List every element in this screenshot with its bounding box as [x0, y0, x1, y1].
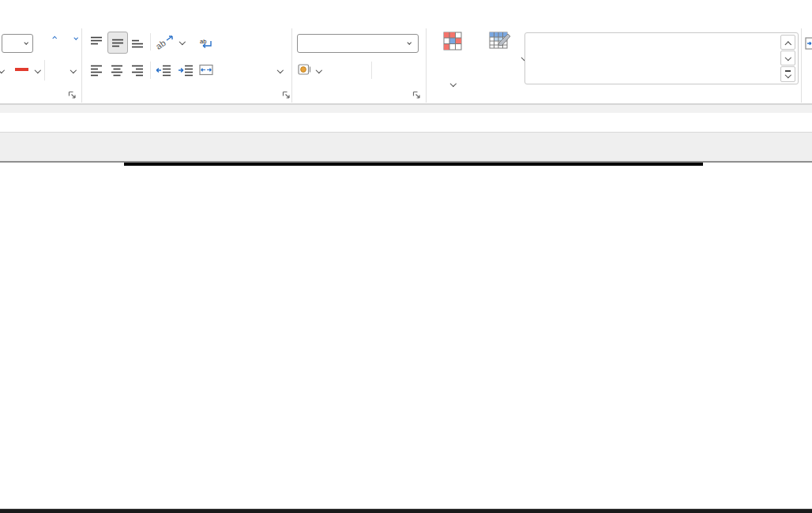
- align-right-icon: [131, 64, 144, 77]
- align-bottom-icon: [131, 36, 144, 48]
- partial-ribbon-icon[interactable]: [805, 36, 812, 53]
- increase-indent-icon: [178, 64, 194, 77]
- decrease-indent-button[interactable]: [153, 60, 174, 81]
- column-header-row: [0, 133, 812, 163]
- chevron-down-icon: [784, 72, 791, 79]
- sheet-grid[interactable]: [0, 163, 812, 508]
- menu-bar: [0, 0, 812, 22]
- ribbon: ab ab: [0, 22, 812, 104]
- alignment-dialog-launcher-icon[interactable]: [282, 91, 291, 99]
- wrap-text-button[interactable]: ab: [199, 35, 217, 54]
- align-right-button[interactable]: [128, 60, 147, 81]
- increase-font-button[interactable]: [36, 33, 57, 52]
- merge-center-button[interactable]: [199, 60, 217, 79]
- accounting-format-button[interactable]: [297, 62, 313, 77]
- align-top-button[interactable]: [87, 32, 106, 52]
- wrap-text-icon: ab: [199, 38, 213, 51]
- decrease-indent-icon: [156, 64, 171, 77]
- font-size-combo[interactable]: [2, 34, 33, 53]
- chevron-down-icon: [784, 54, 791, 62]
- chevron-up-icon: [51, 33, 58, 40]
- font-color-swatch: [15, 68, 28, 71]
- align-middle-icon: [111, 36, 124, 49]
- align-middle-button[interactable]: [107, 32, 128, 54]
- align-bottom-button[interactable]: [128, 32, 147, 52]
- text-orientation-icon: ab: [156, 33, 175, 51]
- align-center-icon: [111, 64, 123, 77]
- spreadsheet-app: ab ab: [0, 0, 812, 513]
- gallery-scroll-down-button[interactable]: [780, 51, 795, 66]
- align-left-icon: [90, 64, 103, 77]
- chevron-down-icon[interactable]: [70, 67, 77, 74]
- decrease-font-button[interactable]: [60, 35, 79, 52]
- chevron-down-icon[interactable]: [179, 39, 186, 46]
- number-format-combo[interactable]: [297, 34, 419, 53]
- align-center-button[interactable]: [107, 60, 126, 81]
- number-dialog-launcher-icon[interactable]: [412, 91, 421, 99]
- chevron-down-icon: [73, 36, 80, 43]
- svg-text:ab: ab: [200, 38, 206, 45]
- percent-style-button[interactable]: [330, 60, 349, 79]
- align-left-button[interactable]: [87, 60, 106, 81]
- chevron-down-icon[interactable]: [276, 67, 284, 74]
- align-top-icon: [90, 36, 103, 48]
- score-table: [124, 163, 703, 166]
- font-dialog-launcher-icon[interactable]: [68, 91, 77, 99]
- format-table-icon: [489, 32, 511, 51]
- comma-style-button[interactable]: [352, 55, 367, 77]
- chevron-down-icon[interactable]: [0, 67, 5, 74]
- chevron-down-icon: [449, 81, 457, 88]
- formula-bar[interactable]: [0, 113, 812, 133]
- increase-decimal-button[interactable]: [376, 61, 397, 78]
- chevron-up-icon: [784, 39, 791, 47]
- merge-center-icon: [199, 64, 213, 76]
- font-color-button[interactable]: [11, 58, 32, 79]
- chevron-down-icon[interactable]: [315, 67, 322, 74]
- decrease-decimal-button[interactable]: [398, 61, 419, 78]
- chevron-down-icon[interactable]: [34, 67, 41, 74]
- gallery-more-button[interactable]: [780, 66, 795, 82]
- conditional-format-button[interactable]: [430, 32, 476, 95]
- increase-indent-button[interactable]: [175, 60, 196, 81]
- cell-styles-gallery: [524, 32, 799, 84]
- svg-text:ab: ab: [156, 38, 167, 51]
- gallery-scroll-up-button[interactable]: [780, 35, 795, 50]
- chevron-down-icon: [23, 40, 30, 47]
- currency-icon: [298, 63, 312, 76]
- conditional-format-icon: [443, 32, 462, 51]
- format-as-table-button[interactable]: [476, 32, 524, 99]
- orientation-button[interactable]: ab: [155, 32, 175, 52]
- phonetic-guide-button[interactable]: [49, 57, 68, 81]
- taskbar-edge: [0, 508, 812, 513]
- chevron-down-icon: [406, 40, 413, 47]
